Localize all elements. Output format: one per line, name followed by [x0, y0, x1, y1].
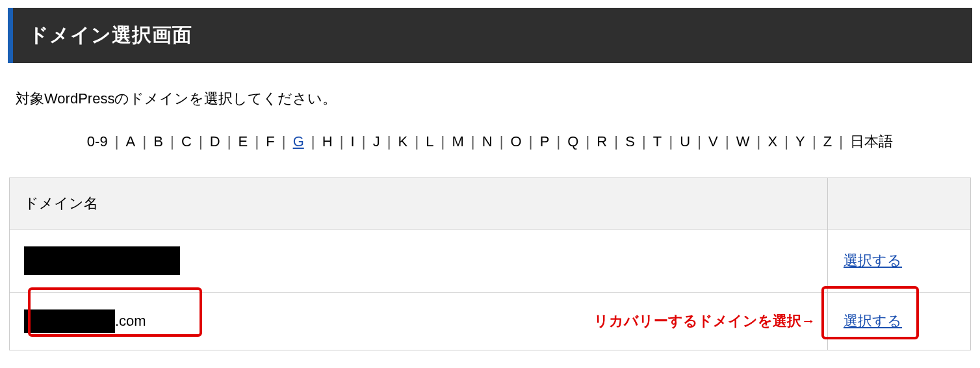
content-area: 対象WordPressのドメインを選択してください。 0-9 | A | B |…	[0, 63, 980, 363]
page-header: ドメイン選択画面	[8, 8, 972, 63]
alpha-filter-link[interactable]: X	[766, 133, 779, 150]
domain-suffix: .com	[115, 313, 146, 329]
alpha-filter-link[interactable]: I	[349, 133, 357, 150]
alpha-filter-link[interactable]: H	[320, 133, 335, 150]
alpha-filter-link[interactable]: C	[179, 133, 194, 150]
alpha-filter-link[interactable]: A	[124, 133, 138, 150]
alpha-filter-separator: |	[382, 133, 396, 150]
alpha-filter-link[interactable]: L	[424, 133, 435, 150]
alpha-filter-link[interactable]: Z	[821, 133, 834, 150]
alpha-filter-link[interactable]: M	[450, 133, 465, 150]
action-cell: 選択する	[828, 293, 971, 350]
alpha-filter-separator: |	[277, 133, 291, 150]
alpha-filter-separator: |	[834, 133, 848, 150]
alpha-filter-link[interactable]: S	[623, 133, 637, 150]
alpha-filter-separator: |	[110, 133, 124, 150]
alpha-filter-separator: |	[609, 133, 623, 150]
instruction-text: 対象WordPressのドメインを選択してください。	[9, 89, 971, 109]
alpha-filter-separator: |	[551, 133, 565, 150]
alpha-filter-link[interactable]: B	[151, 133, 165, 150]
alpha-filter-separator: |	[580, 133, 595, 150]
alpha-filter-separator: |	[807, 133, 821, 150]
alpha-filter: 0-9 | A | B | C | D | E | F | G | H | I …	[9, 132, 971, 151]
alpha-filter-link[interactable]: 日本語	[848, 133, 895, 150]
alpha-filter-link[interactable]: Q	[565, 133, 580, 150]
alpha-filter-link[interactable]: K	[396, 133, 410, 150]
domain-table: ドメイン名 選択する .com リカバリーするドメインを選択→	[9, 177, 971, 350]
select-link[interactable]: 選択する	[844, 313, 902, 329]
domain-cell: .com リカバリーするドメインを選択→	[10, 293, 828, 350]
alpha-filter-link[interactable]: U	[678, 133, 692, 150]
redacted-domain	[24, 309, 115, 333]
alpha-filter-separator: |	[222, 133, 237, 150]
alpha-filter-separator: |	[409, 133, 424, 150]
alpha-filter-separator: |	[306, 133, 320, 150]
alpha-filter-link[interactable]: E	[237, 133, 250, 150]
alpha-filter-link[interactable]: V	[706, 133, 720, 150]
alpha-filter-link[interactable]: N	[480, 133, 495, 150]
annotation-text: リカバリーするドメインを選択→	[594, 311, 816, 331]
table-row: .com リカバリーするドメインを選択→ 選択する	[10, 293, 971, 350]
alpha-filter-link[interactable]: Y	[793, 133, 807, 150]
alpha-filter-separator: |	[466, 133, 480, 150]
alpha-filter-separator: |	[357, 133, 371, 150]
alpha-filter-link[interactable]: G	[291, 133, 306, 150]
alpha-filter-separator: |	[779, 133, 793, 150]
alpha-filter-link[interactable]: P	[538, 133, 552, 150]
table-header-domain: ドメイン名	[10, 178, 828, 230]
alpha-filter-separator: |	[335, 133, 349, 150]
redacted-domain	[24, 246, 180, 275]
alpha-filter-link[interactable]: T	[651, 133, 664, 150]
alpha-filter-separator: |	[664, 133, 678, 150]
alpha-filter-link[interactable]: J	[371, 133, 382, 150]
action-cell: 選択する	[828, 230, 971, 293]
alpha-filter-link[interactable]: 0-9	[85, 133, 110, 150]
domain-cell	[10, 230, 828, 293]
alpha-filter-separator: |	[194, 133, 208, 150]
alpha-filter-separator: |	[637, 133, 651, 150]
table-row: 選択する	[10, 230, 971, 293]
alpha-filter-separator: |	[692, 133, 706, 150]
alpha-filter-separator: |	[524, 133, 538, 150]
alpha-filter-separator: |	[165, 133, 179, 150]
alpha-filter-link[interactable]: F	[264, 133, 276, 150]
alpha-filter-link[interactable]: O	[509, 133, 524, 150]
alpha-filter-link[interactable]: R	[595, 133, 609, 150]
alpha-filter-separator: |	[751, 133, 766, 150]
alpha-filter-separator: |	[435, 133, 450, 150]
alpha-filter-link[interactable]: W	[734, 133, 752, 150]
alpha-filter-separator: |	[137, 133, 151, 150]
table-header-action	[828, 178, 971, 230]
alpha-filter-separator: |	[495, 133, 509, 150]
select-link[interactable]: 選択する	[844, 252, 902, 269]
alpha-filter-separator: |	[720, 133, 734, 150]
alpha-filter-separator: |	[250, 133, 264, 150]
page-title: ドメイン選択画面	[29, 22, 957, 49]
alpha-filter-link[interactable]: D	[208, 133, 222, 150]
